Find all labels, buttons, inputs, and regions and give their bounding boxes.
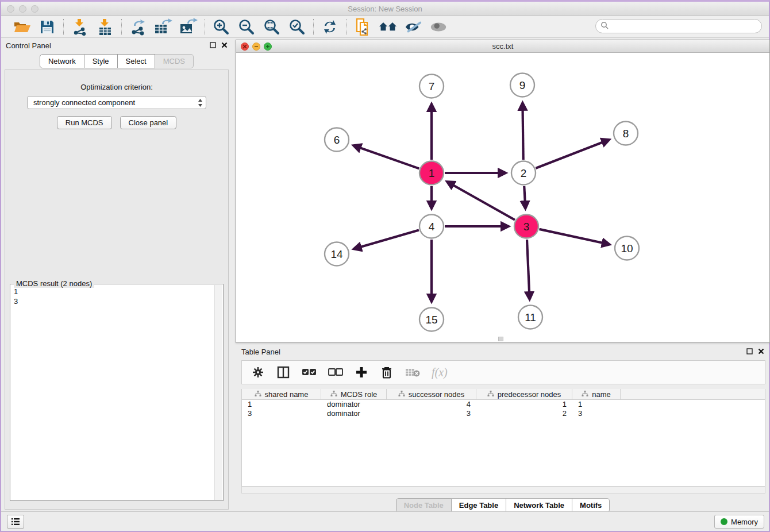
table-cell[interactable]: 1 [242, 400, 321, 409]
table-cell[interactable]: 4 [387, 400, 476, 409]
zoom-out-icon[interactable] [237, 18, 256, 36]
graph-edge[interactable] [527, 240, 530, 299]
tab-network[interactable]: Network [40, 54, 84, 68]
column-header-MCDS-role[interactable]: MCDS role [321, 389, 387, 399]
table-row[interactable]: 3dominator323 [242, 409, 765, 418]
graph-edge[interactable] [354, 146, 419, 169]
graph-edge[interactable] [536, 140, 609, 168]
graph-edge[interactable] [448, 182, 515, 220]
gear-icon[interactable] [251, 365, 265, 380]
graph-node[interactable]: 14 [325, 242, 349, 266]
minimize-view-icon[interactable] [252, 43, 260, 51]
refresh-icon[interactable] [321, 18, 339, 36]
table-panel-title: Table Panel [241, 348, 746, 356]
canvas-scroll-thumb[interactable] [498, 337, 503, 341]
graph-node[interactable]: 7 [419, 75, 444, 98]
graph-node[interactable]: 11 [518, 306, 542, 329]
table-row[interactable]: 1dominator411 [242, 400, 765, 409]
tab-edge-table[interactable]: Edge Table [452, 498, 506, 512]
select-spinner-icon [198, 98, 203, 109]
graph-node[interactable]: 10 [615, 237, 639, 260]
import-network-icon[interactable] [71, 18, 89, 36]
select-all-icon[interactable] [302, 365, 317, 380]
graph-node-label: 8 [623, 128, 629, 140]
table-cell[interactable]: dominator [321, 409, 387, 418]
column-header-successor-nodes[interactable]: successor nodes [387, 389, 476, 399]
table-cell[interactable]: 1 [476, 400, 572, 409]
home-layout-icon[interactable] [379, 18, 397, 36]
task-history-button[interactable] [7, 515, 24, 529]
tab-motifs[interactable]: Motifs [572, 498, 610, 512]
deselect-all-icon[interactable] [328, 365, 343, 380]
memory-button[interactable]: Memory [714, 515, 764, 529]
column-header-shared-name[interactable]: shared name [242, 389, 321, 399]
graph-node-label: 7 [429, 80, 435, 92]
mcds-result-text[interactable]: 1 3 [11, 287, 214, 499]
table-cell[interactable]: dominator [321, 400, 387, 409]
column-header-name[interactable]: name [572, 389, 621, 399]
graph-node[interactable]: 1 [419, 161, 444, 185]
close-panel-button[interactable]: Close panel [120, 116, 177, 129]
function-builder-icon[interactable]: f(x) [432, 365, 448, 380]
graph-node[interactable]: 3 [514, 215, 538, 238]
network-view-window: scc.txt 1234678910111415 [236, 40, 770, 343]
graph-edge[interactable] [522, 103, 523, 160]
graph-node[interactable]: 6 [325, 128, 349, 152]
float-panel-icon[interactable] [210, 40, 216, 51]
graph-node[interactable]: 9 [510, 74, 534, 97]
export-image-icon[interactable] [179, 18, 198, 36]
search-field[interactable] [595, 19, 762, 33]
zoom-selected-icon[interactable] [288, 18, 306, 36]
table-cell[interactable]: 3 [242, 409, 321, 418]
column-header-predecessor-nodes[interactable]: predecessor nodes [476, 389, 572, 399]
delete-table-icon[interactable] [405, 365, 420, 380]
search-input[interactable] [611, 22, 761, 30]
tab-network-table[interactable]: Network Table [506, 498, 572, 512]
graph-node[interactable]: 8 [614, 122, 638, 145]
network-graph[interactable]: 1234678910111415 [236, 53, 769, 342]
table-scrollbar[interactable] [241, 487, 765, 494]
add-icon[interactable] [355, 365, 368, 380]
minimize-window-icon[interactable] [19, 5, 26, 13]
graph-edge[interactable] [355, 230, 419, 249]
run-mcds-button[interactable]: Run MCDS [57, 116, 112, 129]
close-table-panel-icon[interactable] [758, 346, 764, 357]
graph-edge[interactable] [539, 229, 609, 244]
maximize-window-icon[interactable] [31, 5, 38, 13]
table-cell[interactable]: 3 [572, 409, 621, 418]
network-canvas[interactable]: 1234678910111415 [236, 53, 769, 342]
zoom-fit-icon[interactable] [263, 18, 281, 36]
table-cell[interactable]: 1 [572, 400, 621, 409]
result-scrollbar[interactable] [214, 285, 222, 500]
tab-style[interactable]: Style [84, 54, 118, 68]
column-layout-icon[interactable] [276, 365, 290, 380]
optimization-criterion-select[interactable]: strongly connected component [27, 96, 206, 109]
window-controls[interactable] [7, 5, 38, 13]
duplicate-network-icon[interactable] [353, 18, 372, 36]
export-network-icon[interactable] [129, 18, 147, 36]
delete-icon[interactable] [380, 365, 394, 380]
save-session-icon[interactable] [38, 18, 56, 36]
status-bar: Memory [1, 511, 769, 531]
zoom-in-icon[interactable] [212, 18, 230, 36]
graph-node[interactable]: 2 [511, 161, 536, 185]
import-table-icon[interactable] [96, 18, 114, 36]
maximize-view-icon[interactable] [264, 43, 272, 51]
graph-edge[interactable] [524, 186, 525, 208]
tab-node-table[interactable]: Node Table [396, 498, 452, 512]
hide-details-icon[interactable] [404, 18, 422, 36]
open-session-icon[interactable] [13, 18, 31, 36]
graph-node[interactable]: 15 [419, 308, 444, 331]
network-window-titlebar[interactable]: scc.txt [236, 40, 769, 53]
export-table-icon[interactable] [154, 18, 172, 36]
graph-node[interactable]: 4 [419, 215, 444, 238]
tab-select[interactable]: Select [118, 54, 155, 68]
tab-mcds[interactable]: MCDS [155, 54, 194, 68]
close-view-icon[interactable] [241, 43, 249, 51]
float-table-panel-icon[interactable] [746, 346, 753, 357]
show-details-icon[interactable] [429, 18, 448, 36]
close-panel-icon[interactable] [221, 40, 228, 51]
table-cell[interactable]: 2 [476, 409, 572, 418]
close-window-icon[interactable] [7, 5, 14, 13]
table-cell[interactable]: 3 [387, 409, 476, 418]
